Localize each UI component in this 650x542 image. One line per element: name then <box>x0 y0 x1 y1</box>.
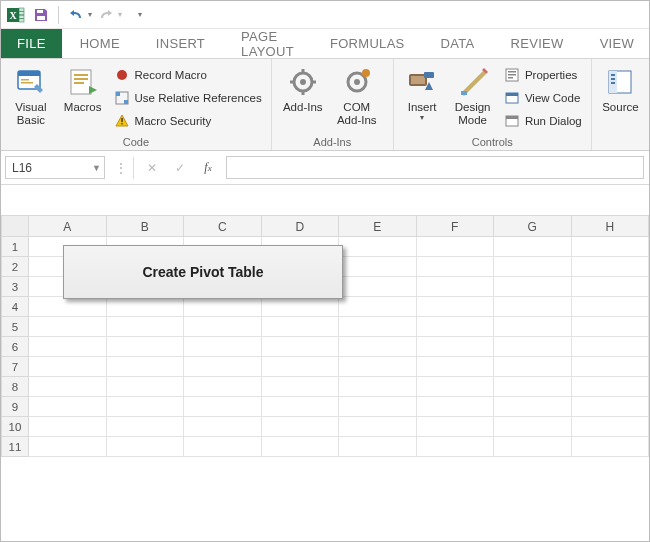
undo-dropdown-icon[interactable]: ▾ <box>88 10 92 19</box>
formula-bar-input[interactable] <box>226 156 644 179</box>
use-relative-references-button[interactable]: Use Relative References <box>111 88 265 108</box>
create-pivot-table-button[interactable]: Create Pivot Table <box>63 245 343 299</box>
cell[interactable] <box>107 437 185 457</box>
cell[interactable] <box>572 237 650 257</box>
cell[interactable] <box>494 417 572 437</box>
macro-security-button[interactable]: Macro Security <box>111 111 265 131</box>
row-header[interactable]: 7 <box>1 357 29 377</box>
cell[interactable] <box>29 317 107 337</box>
cell[interactable] <box>262 437 340 457</box>
properties-button[interactable]: Properties <box>501 65 585 85</box>
design-mode-button[interactable]: Design Mode <box>448 63 496 127</box>
cell[interactable] <box>494 277 572 297</box>
insert-function-icon[interactable]: fx <box>196 156 220 180</box>
cell[interactable] <box>107 397 185 417</box>
cell[interactable] <box>29 397 107 417</box>
cell[interactable] <box>494 257 572 277</box>
row-header[interactable]: 11 <box>1 437 29 457</box>
cell[interactable] <box>572 397 650 417</box>
cell[interactable] <box>417 337 495 357</box>
cell[interactable] <box>417 317 495 337</box>
cell[interactable] <box>494 357 572 377</box>
row-header[interactable]: 9 <box>1 397 29 417</box>
cell[interactable] <box>417 417 495 437</box>
cell[interactable] <box>339 337 417 357</box>
cell[interactable] <box>572 317 650 337</box>
row-header[interactable]: 1 <box>1 237 29 257</box>
excel-app-icon[interactable]: X <box>5 4 27 26</box>
macros-button[interactable]: Macros <box>59 63 107 114</box>
name-box-dropdown-icon[interactable]: ▼ <box>92 163 101 173</box>
cell[interactable] <box>572 377 650 397</box>
cell[interactable] <box>107 377 185 397</box>
cell[interactable] <box>417 257 495 277</box>
cell[interactable] <box>572 277 650 297</box>
cell[interactable] <box>572 297 650 317</box>
cell[interactable] <box>339 417 417 437</box>
redo-icon[interactable] <box>95 4 117 26</box>
cell[interactable] <box>494 317 572 337</box>
cell[interactable] <box>494 377 572 397</box>
cell[interactable] <box>262 317 340 337</box>
cell[interactable] <box>107 417 185 437</box>
insert-controls-button[interactable]: Insert <box>400 63 445 122</box>
redo-dropdown-icon[interactable]: ▾ <box>118 10 122 19</box>
tab-insert[interactable]: INSERT <box>138 29 223 58</box>
cell[interactable] <box>184 377 262 397</box>
select-all-corner[interactable] <box>1 215 29 237</box>
cell[interactable] <box>262 397 340 417</box>
cell[interactable] <box>184 317 262 337</box>
cell[interactable] <box>339 277 417 297</box>
tab-home[interactable]: HOME <box>62 29 138 58</box>
cell[interactable] <box>29 417 107 437</box>
cell[interactable] <box>29 297 107 317</box>
cell[interactable] <box>29 337 107 357</box>
cell[interactable] <box>572 417 650 437</box>
cell[interactable] <box>107 357 185 377</box>
cell[interactable] <box>107 337 185 357</box>
com-addins-button[interactable]: COM Add-Ins <box>332 63 382 127</box>
cell[interactable] <box>262 377 340 397</box>
cell[interactable] <box>184 357 262 377</box>
cell[interactable] <box>494 337 572 357</box>
tab-formulas[interactable]: FORMULAS <box>312 29 423 58</box>
cell[interactable] <box>339 437 417 457</box>
cell[interactable] <box>107 297 185 317</box>
cell[interactable] <box>417 297 495 317</box>
row-header[interactable]: 8 <box>1 377 29 397</box>
cell[interactable] <box>184 417 262 437</box>
visual-basic-button[interactable]: Visual Basic <box>7 63 55 127</box>
col-header-C[interactable]: C <box>184 215 262 237</box>
cell[interactable] <box>417 357 495 377</box>
cell[interactable] <box>107 317 185 337</box>
cell[interactable] <box>29 377 107 397</box>
cell[interactable] <box>494 437 572 457</box>
cell[interactable] <box>184 437 262 457</box>
undo-icon[interactable] <box>65 4 87 26</box>
cell[interactable] <box>494 237 572 257</box>
cell[interactable] <box>339 357 417 377</box>
cell[interactable] <box>417 237 495 257</box>
row-header[interactable]: 5 <box>1 317 29 337</box>
cell[interactable] <box>572 337 650 357</box>
cell[interactable] <box>29 437 107 457</box>
cell[interactable] <box>417 397 495 417</box>
cell[interactable] <box>494 397 572 417</box>
cell[interactable] <box>29 357 107 377</box>
name-box[interactable]: L16 ▼ <box>5 156 105 179</box>
cell[interactable] <box>417 377 495 397</box>
cell[interactable] <box>184 297 262 317</box>
source-button[interactable]: Source <box>598 63 643 114</box>
row-header[interactable]: 2 <box>1 257 29 277</box>
cell[interactable] <box>572 437 650 457</box>
cell[interactable] <box>339 237 417 257</box>
cell[interactable] <box>339 257 417 277</box>
qat-customize-icon[interactable]: ▾ <box>138 10 142 19</box>
row-header[interactable]: 10 <box>1 417 29 437</box>
cell[interactable] <box>494 297 572 317</box>
tab-page-layout[interactable]: PAGE LAYOUT <box>223 29 312 58</box>
cell[interactable] <box>417 277 495 297</box>
cell[interactable] <box>339 297 417 317</box>
cell[interactable] <box>572 257 650 277</box>
col-header-F[interactable]: F <box>417 215 495 237</box>
